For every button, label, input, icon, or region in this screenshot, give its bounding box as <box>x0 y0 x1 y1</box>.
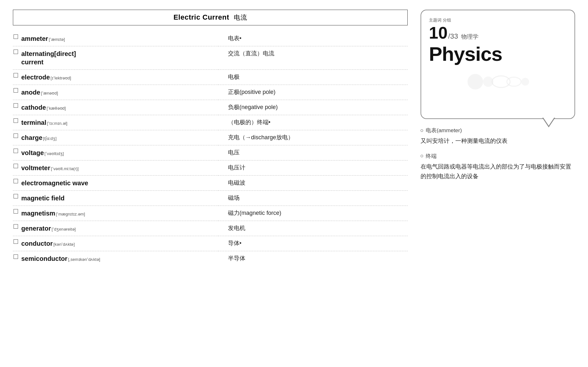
word-text: voltmeter <box>21 164 50 171</box>
word-phonetic: [ˈtɜːmɪn.əl] <box>47 121 67 126</box>
svg-point-0 <box>468 74 483 89</box>
word-text: generator <box>21 225 51 232</box>
word-definition: 电压计 <box>218 161 408 176</box>
word-text: semiconductor <box>21 255 67 262</box>
card-subject: 物理学 <box>461 33 479 41</box>
word-definition: 发电机 <box>218 221 408 236</box>
word-checkbox[interactable] <box>14 239 18 244</box>
word-text: alternating[direct] <box>21 50 76 57</box>
word-definition: （电极的）终端• <box>218 115 408 130</box>
word-phonetic: [ˈænəʊd] <box>41 91 58 96</box>
word-definition: 交流（直流）电流 <box>218 46 408 70</box>
word-text: terminal <box>21 119 46 126</box>
word-checkbox[interactable] <box>14 50 18 54</box>
table-row[interactable]: anode[ˈænəʊd]正极(positive pole) <box>13 85 408 100</box>
table-row[interactable]: magnetism[ˈmægnɪtɪz.əm]磁力(magnetic force… <box>13 206 408 221</box>
svg-point-4 <box>521 78 529 86</box>
note-item: 终端在电气回路或电器等电流出入的部位为了与电极接触而安置的控制电流出入的设备 <box>421 152 575 181</box>
word-text: electromagnetic wave <box>21 179 88 187</box>
word-phonetic: [ˈkæθəʊd] <box>47 106 66 111</box>
table-row[interactable]: charge[tʃɑːdʒ]充电（→discharge放电） <box>13 130 408 145</box>
word-definition: 磁场 <box>218 191 408 206</box>
word-phonetic: [ˈdʒenəreitə] <box>52 227 76 232</box>
notes-section: 电表(ammeter)又叫安培计，一种测量电流的仪表终端在电气回路或电器等电流出… <box>421 127 575 188</box>
left-panel: Electric Current 电流 ammeter[ˈæmɪtə]电表•al… <box>13 10 408 357</box>
word-checkbox[interactable] <box>14 73 18 78</box>
card-title: Physics <box>429 42 567 65</box>
card-label: 主题词 分组 <box>429 17 567 23</box>
note-heading: 终端 <box>421 152 575 160</box>
word-checkbox[interactable] <box>14 209 18 214</box>
word-text: ammeter <box>21 35 48 42</box>
section-title: Electric Current 电流 <box>13 10 408 25</box>
note-bullet <box>421 155 423 157</box>
word-checkbox[interactable] <box>14 224 18 229</box>
card-label-line2: 分组 <box>443 17 451 23</box>
note-text: 又叫安培计，一种测量电流的仪表 <box>421 136 575 146</box>
table-row[interactable]: ammeter[ˈæmɪtə]电表• <box>13 31 408 46</box>
right-panel: 主题词 分组 10 /33 物理学 Physics 电表(ammeter)又叫安… <box>421 10 575 357</box>
note-bullet <box>421 129 423 132</box>
word-phonetic: [ˈvəʊlt.miːtə(r)] <box>51 166 79 171</box>
word-checkbox[interactable] <box>14 254 18 259</box>
word-definition: 电极 <box>218 70 408 85</box>
card-decoration <box>429 70 567 93</box>
word-checkbox[interactable] <box>14 103 18 108</box>
word-phonetic: [ˈmægnɪtɪz.əm] <box>56 212 85 216</box>
word-checkbox[interactable] <box>14 179 18 183</box>
word-definition: 半导体 <box>218 251 408 266</box>
word-text: magnetism <box>21 210 55 217</box>
word-checkbox[interactable] <box>14 34 18 39</box>
word-checkbox[interactable] <box>14 133 18 138</box>
word-definition: 正极(positive pole) <box>218 85 408 100</box>
table-row[interactable]: conductor[kənˈdʌktə]导体• <box>13 236 408 251</box>
note-text: 在电气回路或电器等电流出入的部位为了与电极接触而安置的控制电流出入的设备 <box>421 162 575 181</box>
table-row[interactable]: generator[ˈdʒenəreitə]发电机 <box>13 221 408 236</box>
word-text: electrode <box>21 74 50 81</box>
word-text: charge <box>21 134 43 141</box>
svg-point-2 <box>492 76 510 87</box>
table-row[interactable]: alternating[direct]current交流（直流）电流 <box>13 46 408 70</box>
word-phonetic: [tʃɑːdʒ] <box>43 136 57 141</box>
word-definition: 负极(negative pole) <box>218 100 408 115</box>
word-definition: 电表• <box>218 31 408 46</box>
physics-card: 主题词 分组 10 /33 物理学 Physics <box>421 10 575 119</box>
word-text: voltage <box>21 149 44 156</box>
word-checkbox[interactable] <box>14 149 18 153</box>
table-row[interactable]: voltmeter[ˈvəʊlt.miːtə(r)]电压计 <box>13 161 408 176</box>
card-num-value: 10 <box>429 24 448 41</box>
word-definition: 电磁波 <box>218 176 408 191</box>
word-checkbox[interactable] <box>14 164 18 168</box>
word-definition: 电压 <box>218 145 408 161</box>
card-label-line1: 主题词 <box>429 17 441 23</box>
table-row[interactable]: semiconductor[ˌsemɪkənˈdʌktə]半导体 <box>13 251 408 266</box>
word-phonetic: [ˌsemɪkənˈdʌktə] <box>68 257 100 262</box>
word-phonetic: [ˈæmɪtə] <box>49 37 65 42</box>
word-definition: 充电（→discharge放电） <box>218 130 408 145</box>
svg-point-3 <box>507 77 521 86</box>
table-row[interactable]: magnetic field磁场 <box>13 191 408 206</box>
word-phonetic: [ˈvəʊltɪdʒ] <box>44 151 64 156</box>
table-row[interactable]: electromagnetic wave电磁波 <box>13 176 408 191</box>
word-checkbox[interactable] <box>14 194 18 198</box>
table-row[interactable]: electrode[ɪˈlektrəʊd]电极 <box>13 70 408 85</box>
note-heading-text: 终端 <box>426 152 437 160</box>
word-text: magnetic field <box>21 195 64 202</box>
table-row[interactable]: cathode[ˈkæθəʊd]负极(negative pole) <box>13 100 408 115</box>
table-row[interactable]: voltage[ˈvəʊltɪdʒ]电压 <box>13 145 408 161</box>
card-total: /33 <box>448 33 458 40</box>
word-phonetic: [ɪˈlektrəʊd] <box>51 76 71 80</box>
word-definition: 磁力(magnetic force) <box>218 206 408 221</box>
word-text: conductor <box>21 240 53 247</box>
word-checkbox[interactable] <box>14 118 18 123</box>
card-number: 10 /33 <box>429 24 458 41</box>
word-text: anode <box>21 89 40 96</box>
word-definition: 导体• <box>218 236 408 251</box>
note-heading-text: 电表(ammeter) <box>426 127 462 134</box>
table-row[interactable]: terminal[ˈtɜːmɪn.əl]（电极的）终端• <box>13 115 408 130</box>
word-text: current <box>21 59 43 66</box>
word-checkbox[interactable] <box>14 88 18 93</box>
word-text: cathode <box>21 104 46 111</box>
vocab-table: ammeter[ˈæmɪtə]电表•alternating[direct]cur… <box>13 31 408 266</box>
note-heading: 电表(ammeter) <box>421 127 575 134</box>
